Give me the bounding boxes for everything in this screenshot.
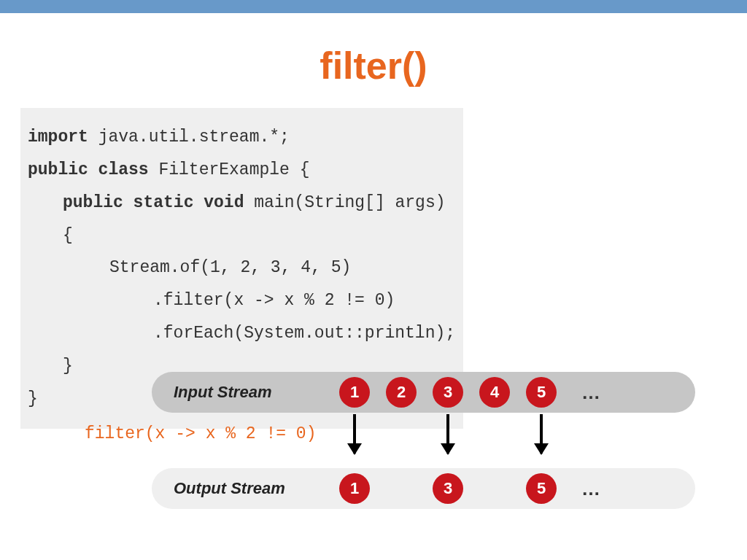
code-text: .forEach(System.out::println); — [153, 324, 455, 343]
ellipsis: … — [581, 478, 600, 500]
top-accent-bar — [0, 0, 747, 13]
keyword: public static void — [63, 193, 244, 212]
keyword: public class — [28, 160, 149, 179]
arrow-icon — [353, 414, 356, 454]
output-stream-row: Output Stream 1 3 5 … — [152, 468, 695, 509]
output-value: 5 — [526, 473, 557, 504]
code-text: Stream.of(1, 2, 3, 4, 5) — [109, 258, 351, 277]
input-value: 1 — [339, 377, 370, 408]
filter-expression: filter(x -> x % 2 != 0) — [85, 424, 316, 443]
input-stream-label: Input Stream — [174, 383, 320, 402]
input-value: 4 — [479, 377, 510, 408]
input-value: 2 — [386, 377, 417, 408]
slide-title: filter() — [0, 44, 747, 88]
output-stream-label: Output Stream — [174, 479, 320, 498]
output-value: 3 — [433, 473, 463, 504]
output-circles: 1 3 5 … — [339, 473, 600, 504]
code-text: } — [63, 357, 73, 376]
input-value: 3 — [433, 377, 463, 408]
keyword: import — [28, 128, 88, 147]
code-text: } — [28, 389, 38, 408]
output-value: 1 — [339, 473, 370, 504]
arrow-icon — [540, 414, 543, 454]
arrow-icon — [446, 414, 449, 454]
input-stream-row: Input Stream 1 2 3 4 5 … — [152, 372, 695, 413]
ellipsis: … — [581, 381, 600, 404]
input-value: 5 — [526, 377, 557, 408]
code-text: .filter(x -> x % 2 != 0) — [153, 291, 395, 310]
code-text: java.util.stream.*; — [88, 128, 290, 147]
code-text: FilterExample { — [149, 160, 310, 179]
input-circles: 1 2 3 4 5 … — [339, 377, 600, 408]
